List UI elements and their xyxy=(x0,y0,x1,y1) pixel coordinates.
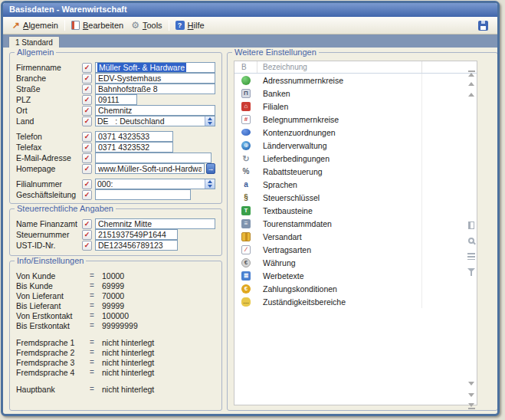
info-value: 99999999 xyxy=(102,321,138,330)
list-item[interactable]: Vertragsarten xyxy=(234,243,477,256)
scroll-first-button[interactable] xyxy=(467,68,476,77)
list-item[interactable]: Lieferbedingungen xyxy=(234,152,477,165)
list-item[interactable]: Banken xyxy=(234,87,477,100)
edit-check-icon[interactable] xyxy=(82,179,92,189)
field-label: Steuernummer xyxy=(16,230,82,239)
field-label: PLZ xyxy=(16,95,82,104)
list-item[interactable]: Belegnummernkreise xyxy=(234,113,477,126)
open-homepage-button[interactable]: → xyxy=(206,163,215,174)
list-item-extra-cell xyxy=(421,295,477,308)
finanzamt-input[interactable] xyxy=(95,218,215,229)
menu-item-hilfe[interactable]: ? Hilfe xyxy=(172,19,208,31)
edit-check-icon[interactable] xyxy=(82,219,92,229)
strasse-input[interactable] xyxy=(95,84,215,94)
list-item[interactable]: Zahlungskonditionen xyxy=(234,282,477,295)
spinner-icon[interactable] xyxy=(205,179,215,189)
list-item[interactable]: Werbetexte xyxy=(234,269,477,282)
list-item[interactable]: Zuständigkeitsbereiche xyxy=(234,295,477,308)
edit-check-icon[interactable] xyxy=(82,116,92,126)
spinner-icon[interactable] xyxy=(205,116,215,126)
info-value: 10000 xyxy=(102,271,124,281)
sort-icon xyxy=(467,253,475,260)
menu-item-allgemein[interactable]: ↗ Algemein xyxy=(8,19,62,31)
field-label: Telefax xyxy=(16,143,82,152)
info-label: Fremdsprache 1 xyxy=(16,338,90,347)
info-value: 70000 xyxy=(102,291,124,300)
edit-check-icon[interactable] xyxy=(82,241,92,251)
tab-label: 1 Standard xyxy=(15,38,53,47)
list-item[interactable]: Tourenstammdaten xyxy=(234,217,477,230)
list-item[interactable]: Kontenzuordnungen xyxy=(234,126,477,139)
scroll-page-down-button[interactable] xyxy=(467,390,476,399)
telefax-input[interactable] xyxy=(95,142,173,153)
filialnummer-select[interactable]: 000: xyxy=(95,179,215,189)
info-value: 100000 xyxy=(102,311,129,320)
scroll-last-button[interactable] xyxy=(467,402,476,411)
branche-input[interactable] xyxy=(95,73,215,84)
field-label: Land xyxy=(16,116,82,126)
ort-input[interactable] xyxy=(95,105,215,116)
list-item[interactable]: Filialen xyxy=(234,100,477,113)
menu-item-bearbeiten[interactable]: Bearbeiten xyxy=(67,19,127,31)
edit-check-icon[interactable] xyxy=(82,95,92,105)
tab-standard[interactable]: 1 Standard xyxy=(8,36,60,48)
info-row: Bis Erstkontakt = 99999999 xyxy=(16,320,215,330)
field-label: Telefon xyxy=(16,132,82,141)
land-select[interactable]: DE : Deutschland xyxy=(95,116,215,126)
homepage-input[interactable] xyxy=(95,163,205,174)
list-item[interactable]: Adressnummernkreise xyxy=(234,74,477,87)
edit-check-icon[interactable] xyxy=(82,132,92,142)
list-item[interactable]: Währung xyxy=(234,256,477,269)
list-item[interactable]: Länderverwaltung xyxy=(234,139,477,152)
list-item[interactable]: Versandart xyxy=(234,230,477,243)
equals-sign: = xyxy=(90,338,102,346)
save-button[interactable] xyxy=(474,19,492,32)
list-item-label: Währung xyxy=(257,258,421,267)
list-item[interactable]: Rabattsteuerung xyxy=(234,165,477,178)
scroll-up-button[interactable] xyxy=(467,90,476,99)
edit-check-icon[interactable] xyxy=(82,143,92,153)
menu-bar: ↗ Algemein Bearbeiten ⚙ Tools ? Hilfe xyxy=(3,17,497,34)
scroll-page-up-button[interactable] xyxy=(467,79,476,88)
contract-types-icon xyxy=(241,245,251,254)
list-item-icon-cell xyxy=(234,129,257,136)
list-item[interactable]: Textbausteine xyxy=(234,204,477,217)
edit-check-icon[interactable] xyxy=(82,153,92,163)
group-title: Allgemein xyxy=(15,48,56,57)
menu-item-tools[interactable]: ⚙ Tools xyxy=(127,19,166,31)
filter-button[interactable] xyxy=(467,265,476,274)
gear-icon: ⚙ xyxy=(131,21,139,30)
list-item[interactable]: Sprachen xyxy=(234,178,477,191)
ustid-input[interactable] xyxy=(95,240,178,251)
column-header-bezeichnung[interactable]: Bezeichnung xyxy=(257,61,421,73)
search-icon xyxy=(468,238,474,244)
edit-check-icon[interactable] xyxy=(82,63,92,73)
list-item-icon-cell xyxy=(234,232,257,241)
steuernummer-input[interactable] xyxy=(95,229,178,240)
column-header-b[interactable]: B xyxy=(234,61,257,73)
panel-toggle-button[interactable] xyxy=(467,221,476,230)
edit-check-icon[interactable] xyxy=(82,84,92,94)
edit-check-icon[interactable] xyxy=(82,106,92,116)
search-button[interactable] xyxy=(467,236,476,245)
email-input[interactable] xyxy=(95,153,212,163)
list-item-extra-cell xyxy=(421,113,477,126)
list-item-icon-cell xyxy=(234,245,257,254)
telefon-input[interactable] xyxy=(95,131,173,142)
scroll-down-button[interactable] xyxy=(467,379,476,388)
edit-check-icon[interactable] xyxy=(82,230,92,240)
info-value: nicht hinterlegt xyxy=(102,338,154,347)
field-label: Geschäftsleitung xyxy=(16,190,82,199)
edit-check-icon[interactable] xyxy=(82,190,92,200)
list-item-icon-cell xyxy=(234,284,257,294)
list-item-icon-cell xyxy=(234,154,257,163)
scroll-first-icon xyxy=(468,73,474,77)
sort-button[interactable] xyxy=(467,251,476,261)
firmenname-input[interactable]: Müller Soft- & Hardware xyxy=(95,62,215,73)
edit-check-icon[interactable] xyxy=(82,74,92,84)
info-row: Fremdsprache 2 = nicht hinterlegt xyxy=(16,347,215,357)
edit-check-icon[interactable] xyxy=(82,164,92,174)
list-item[interactable]: Steuerschlüssel xyxy=(234,191,477,204)
plz-input[interactable] xyxy=(95,94,137,105)
geschaeftsleitung-input[interactable] xyxy=(95,189,191,200)
